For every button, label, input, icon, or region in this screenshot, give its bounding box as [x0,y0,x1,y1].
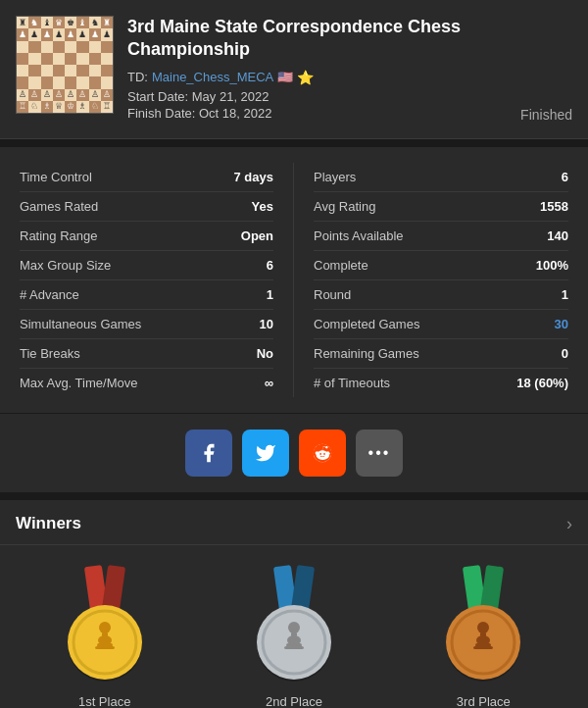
svg-rect-20 [284,646,304,649]
stat-value: Yes [252,199,273,214]
stat-row: Games RatedYes [20,192,273,222]
more-share-button[interactable]: ••• [356,430,403,477]
stat-value: Open [241,228,273,243]
social-share-section: ••• [0,414,588,492]
stat-row: Completed Games30 [314,310,568,339]
stat-value: 18 (60%) [516,376,568,390]
td-line: TD: Maine_Chess_MECA 🇺🇸 ⭐ [127,70,490,85]
place-label: 1st Place [78,694,130,708]
more-dots: ••• [368,444,391,462]
medal-item: 2nd Place ♟ hendrixwmaine 🇺🇸 [211,561,377,708]
stat-row: Remaining Games0 [314,339,568,369]
stat-label: Rating Range [20,228,98,243]
medal-item: 1st Place ♟ robertbridgham 🇺🇸 🚫 [22,561,188,708]
stat-label: Tie Breaks [20,346,80,361]
stat-row: Points Available140 [314,222,568,251]
medal-svg [41,561,169,688]
medal-container [230,561,358,688]
stat-label: Points Available [314,228,404,243]
finish-date-label: Finish Date: [127,106,195,121]
svg-rect-22 [480,565,504,611]
stat-label: Max Avg. Time/Move [20,376,137,390]
stat-label: Avg Rating [314,199,375,214]
svg-rect-30 [473,646,493,649]
svg-rect-12 [291,565,315,611]
start-date-line: Start Date: May 21, 2022 [127,89,490,104]
svg-rect-2 [102,565,125,611]
start-date-label: Start Date: [127,89,188,104]
place-label: 2nd Place [266,694,322,708]
stat-label: Remaining Games [314,346,419,361]
stat-value: 10 [260,317,273,331]
td-flag: 🇺🇸 [277,70,293,84]
winners-title: Winners [16,514,81,533]
stats-section: Time Control7 daysGames RatedYesRating R… [0,147,588,413]
stat-row: Max Group Size6 [20,251,273,280]
stat-row: Simultaneous Games10 [20,310,273,339]
stat-row: Avg Rating1558 [314,192,568,222]
stat-value: 0 [562,346,568,361]
stat-label: # Advance [20,287,79,302]
star-icon: ⭐ [297,70,314,85]
start-date: May 21, 2022 [192,89,270,104]
stat-label: # of Timeouts [314,376,390,390]
place-label: 3rd Place [457,694,511,708]
stat-label: Complete [314,258,368,273]
td-label: TD: [127,70,148,84]
stat-value: 140 [547,228,568,243]
svg-point-6 [99,622,111,633]
medals-row: 1st Place ♟ robertbridgham 🇺🇸 🚫 [0,545,588,708]
tournament-info: 3rd Maine State Correspondence Chess Cha… [127,16,490,123]
stat-row: Complete100% [314,251,568,280]
stat-row: Players6 [314,163,568,192]
stat-value: 30 [555,317,568,331]
stats-right-col: Players6Avg Rating1558Points Available14… [294,163,568,397]
facebook-share-button[interactable] [185,430,232,477]
medal-container [41,561,169,688]
stat-label: Completed Games [314,317,419,331]
stat-value: 6 [562,170,568,184]
td-link[interactable]: Maine_Chess_MECA [152,70,273,84]
twitter-share-button[interactable] [242,430,289,477]
svg-point-16 [288,622,300,633]
winners-section: Winners › [0,500,588,708]
stat-row: Round1 [314,280,568,310]
stat-row: Max Avg. Time/Move∞ [20,369,273,397]
medal-item: 3rd Place ♟ JPC48 🇺🇸 💎 [400,561,566,708]
status-badge: Finished [520,107,572,123]
medal-container [419,561,547,688]
stat-value: 1558 [540,199,568,214]
stat-value: 1 [267,287,273,302]
stats-left-col: Time Control7 daysGames RatedYesRating R… [20,163,294,397]
finish-date: Oct 18, 2022 [199,106,271,121]
stat-row: # of Timeouts18 (60%) [314,369,568,397]
winners-chevron-icon[interactable]: › [566,514,572,534]
chess-board-thumbnail: ♜♞♝♛♚♝♞♜♟♟♟♟♟♟♟♟♙♙♙♙♙♙♙♙♖♘♗♕♔♗♘♖ [16,16,114,114]
stat-label: Round [314,287,351,302]
svg-rect-10 [95,646,115,649]
svg-point-26 [477,622,489,633]
stat-label: Simultaneous Games [20,317,141,331]
stat-value: 7 days [234,170,273,184]
stats-grid: Time Control7 daysGames RatedYesRating R… [20,163,568,397]
stat-value: No [257,346,273,361]
stat-row: # Advance1 [20,280,273,310]
finish-date-line: Finish Date: Oct 18, 2022 [127,106,490,121]
reddit-share-button[interactable] [299,430,346,477]
stat-row: Time Control7 days [20,163,273,192]
stat-label: Players [314,170,356,184]
medal-svg [419,561,547,688]
stat-row: Tie BreaksNo [20,339,273,369]
tournament-title: 3rd Maine State Correspondence Chess Cha… [127,16,490,62]
stat-value: 1 [562,287,568,302]
medal-svg [230,561,358,688]
tournament-header: ♜♞♝♛♚♝♞♜♟♟♟♟♟♟♟♟♙♙♙♙♙♙♙♙♖♘♗♕♔♗♘♖ 3rd Mai… [0,0,588,139]
status-area: Finished [504,107,572,123]
stat-label: Games Rated [20,199,98,214]
stat-label: Max Group Size [20,258,111,273]
stat-value: ∞ [265,376,273,390]
stat-label: Time Control [20,170,92,184]
winners-header: Winners › [0,500,588,545]
stat-value: 100% [536,258,568,273]
stat-row: Rating RangeOpen [20,222,273,251]
